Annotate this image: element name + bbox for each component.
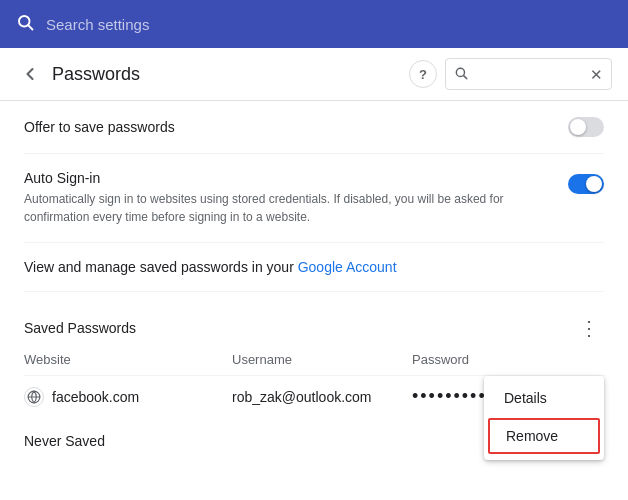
username-cell: rob_zak@outlook.com bbox=[224, 389, 404, 405]
site-favicon bbox=[24, 387, 44, 407]
context-menu-remove[interactable]: Remove bbox=[488, 418, 600, 454]
offer-to-save-track[interactable] bbox=[568, 117, 604, 137]
google-account-link-row: View and manage saved passwords in your … bbox=[24, 243, 604, 292]
top-search-bar: Search settings bbox=[0, 0, 628, 48]
filter-search-icon bbox=[454, 66, 468, 83]
svg-line-1 bbox=[28, 25, 32, 29]
page-title: Passwords bbox=[52, 64, 140, 85]
context-menu-details[interactable]: Details bbox=[484, 380, 604, 416]
auto-sign-in-toggle[interactable] bbox=[568, 174, 604, 194]
col-password: Password bbox=[404, 352, 544, 367]
saved-passwords-section-header: Saved Passwords ⋮ bbox=[24, 292, 604, 352]
filter-search-box: facebook ✕ bbox=[445, 58, 612, 90]
website-name: facebook.com bbox=[52, 389, 139, 405]
google-account-text: View and manage saved passwords in your bbox=[24, 259, 298, 275]
auto-sign-in-thumb bbox=[586, 176, 602, 192]
table-header: Website Username Password bbox=[24, 352, 604, 375]
auto-sign-in-track[interactable] bbox=[568, 174, 604, 194]
saved-passwords-title: Saved Passwords bbox=[24, 320, 136, 336]
auto-sign-in-label: Auto Sign-in bbox=[24, 170, 568, 186]
offer-to-save-label: Offer to save passwords bbox=[24, 119, 568, 135]
auto-sign-in-description: Automatically sign in to websites using … bbox=[24, 190, 504, 226]
auto-sign-in-row: Auto Sign-in Automatically sign in to we… bbox=[24, 154, 604, 243]
google-account-link[interactable]: Google Account bbox=[298, 259, 397, 275]
table-row: facebook.com rob_zak@outlook.com •••••••… bbox=[24, 375, 604, 417]
main-content: Offer to save passwords Auto Sign-in Aut… bbox=[0, 101, 628, 453]
top-search-input[interactable]: Search settings bbox=[46, 16, 612, 33]
col-actions bbox=[544, 352, 604, 367]
offer-to-save-toggle[interactable] bbox=[568, 117, 604, 137]
back-button[interactable] bbox=[16, 60, 44, 88]
sub-header: Passwords ? facebook ✕ bbox=[0, 48, 628, 101]
auto-sign-in-content: Auto Sign-in Automatically sign in to we… bbox=[24, 170, 568, 226]
svg-line-3 bbox=[464, 75, 467, 78]
offer-to-save-row: Offer to save passwords bbox=[24, 101, 604, 154]
help-button[interactable]: ? bbox=[409, 60, 437, 88]
col-website: Website bbox=[24, 352, 224, 367]
col-username: Username bbox=[224, 352, 404, 367]
search-icon bbox=[16, 13, 34, 35]
website-cell: facebook.com bbox=[24, 387, 224, 407]
filter-clear-icon[interactable]: ✕ bbox=[590, 67, 603, 82]
offer-to-save-thumb bbox=[570, 119, 586, 135]
filter-input[interactable]: facebook bbox=[474, 66, 584, 82]
sub-header-right: ? facebook ✕ bbox=[409, 58, 612, 90]
saved-passwords-more-button[interactable]: ⋮ bbox=[575, 312, 604, 344]
context-menu: Details Remove bbox=[484, 376, 604, 460]
